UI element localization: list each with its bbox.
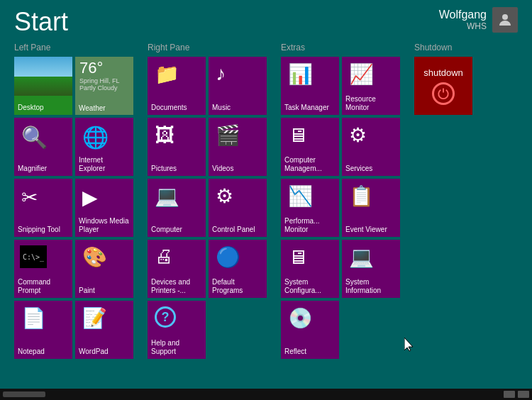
tile-notepad[interactable]: 📄 Notepad bbox=[14, 301, 72, 359]
tile-services[interactable]: ⚙ Services bbox=[342, 118, 400, 176]
pictures-icon: 🖼 bbox=[155, 123, 174, 147]
tile-resmon-label: Resource Monitor bbox=[345, 95, 397, 112]
tile-taskmgr-label: Task Manager bbox=[284, 104, 336, 112]
power-icon bbox=[432, 82, 455, 105]
tile-helpsupport-label: Help and Support bbox=[151, 339, 202, 356]
avatar[interactable] bbox=[492, 7, 518, 33]
weather-loc: Spring Hill, FL bbox=[79, 77, 129, 84]
defaultprograms-icon: 🔵 bbox=[216, 245, 240, 269]
tile-resmon[interactable]: 📈 Resource Monitor bbox=[342, 57, 400, 115]
tile-documents-label: Documents bbox=[151, 104, 202, 112]
taskbar-scroll[interactable] bbox=[3, 391, 45, 397]
tile-taskmgr[interactable]: 📊 Task Manager bbox=[281, 57, 339, 115]
right-pane-section: Right Pane 📁 Documents ♪ Music 🖼 Picture… bbox=[148, 43, 267, 359]
tile-snipping[interactable]: ✂ Snipping Tool bbox=[14, 179, 72, 237]
tile-documents[interactable]: 📁 Documents bbox=[148, 57, 206, 115]
sysinfo-icon: 💻 bbox=[349, 245, 374, 269]
page-title: Start bbox=[14, 7, 68, 37]
tile-magnifier[interactable]: 🔍 Magnifier bbox=[14, 118, 72, 176]
user-sub: WHS bbox=[439, 21, 487, 31]
perfmon-icon: 📉 bbox=[288, 184, 313, 208]
tile-cmdprompt[interactable]: C:\>_ Command Prompt bbox=[14, 240, 72, 298]
helpsupport-icon: ? bbox=[155, 306, 176, 328]
tile-devices[interactable]: 🖨 Devices and Printers -... bbox=[148, 240, 206, 298]
tile-notepad-label: Notepad bbox=[18, 348, 69, 356]
tile-cmdprompt-label: Command Prompt bbox=[18, 278, 69, 295]
tile-desktop-label: Desktop bbox=[18, 104, 69, 112]
computer-icon: 💻 bbox=[155, 184, 179, 208]
controlpanel-icon: ⚙ bbox=[216, 184, 233, 208]
shutdown-text: shutdown bbox=[423, 67, 463, 78]
tile-compmgmt-label: Computer Managem... bbox=[284, 156, 336, 173]
taskbar-btn-2[interactable] bbox=[518, 391, 529, 398]
tile-pictures[interactable]: 🖼 Pictures bbox=[148, 118, 206, 176]
svg-point-0 bbox=[502, 14, 508, 20]
tile-snipping-label: Snipping Tool bbox=[18, 226, 69, 234]
tile-eventviewer-label: Event Viewer bbox=[345, 226, 397, 234]
cmdprompt-icon: C:\>_ bbox=[20, 245, 47, 268]
right-pane-label: Right Pane bbox=[148, 43, 267, 52]
tile-defaultprograms-label: Default Programs bbox=[212, 278, 263, 295]
left-pane-label: Left Pane bbox=[14, 43, 133, 52]
tile-computer-label: Computer bbox=[151, 226, 202, 234]
eventviewer-icon: 📋 bbox=[349, 184, 374, 208]
tile-perfmon-label: Performa... Monitor bbox=[284, 217, 336, 234]
tile-devices-label: Devices and Printers -... bbox=[151, 278, 202, 295]
shutdown-label-text: Shutdown bbox=[414, 43, 472, 52]
tile-magnifier-label: Magnifier bbox=[18, 165, 69, 173]
snipping-icon: ✂ bbox=[21, 186, 38, 209]
tile-controlpanel-label: Control Panel bbox=[212, 226, 263, 234]
sysconfig-icon: 🖥 bbox=[288, 245, 308, 269]
tile-desktop[interactable]: Desktop bbox=[14, 57, 72, 115]
notepad-icon: 📄 bbox=[21, 306, 46, 330]
tile-mediaplayer[interactable]: ▶ Windows Media Player bbox=[75, 179, 133, 237]
taskbar-right bbox=[504, 391, 529, 398]
tile-helpsupport[interactable]: ? Help and Support bbox=[148, 301, 206, 359]
shutdown-section: Shutdown shutdown bbox=[414, 43, 472, 359]
extras-section: Extras 📊 Task Manager 📈 Resource Monitor… bbox=[281, 43, 400, 359]
tile-defaultprograms[interactable]: 🔵 Default Programs bbox=[209, 240, 267, 298]
wordpad-icon: 📝 bbox=[82, 306, 107, 330]
taskbar-btn-1[interactable] bbox=[504, 391, 515, 398]
tile-wordpad[interactable]: 📝 WordPad bbox=[75, 301, 133, 359]
paint-icon: 🎨 bbox=[82, 245, 107, 269]
tile-ie-label: Internet Explorer bbox=[79, 156, 130, 173]
reflect-icon: 💿 bbox=[288, 306, 313, 330]
tile-ie[interactable]: 🌐 Internet Explorer bbox=[75, 118, 133, 176]
tile-computer[interactable]: 💻 Computer bbox=[148, 179, 206, 237]
tile-sysinfo[interactable]: 💻 System Information bbox=[342, 240, 400, 298]
extras-empty bbox=[342, 301, 400, 359]
tile-shutdown[interactable]: shutdown bbox=[414, 57, 472, 115]
tile-sysinfo-label: System Information bbox=[345, 278, 397, 295]
tile-compmgmt[interactable]: 🖥 Computer Managem... bbox=[281, 118, 339, 176]
weather-cond: Partly Cloudy bbox=[79, 84, 129, 91]
devices-icon: 🖨 bbox=[155, 245, 173, 267]
resmon-icon: 📈 bbox=[349, 62, 374, 86]
user-name: Wolfgang bbox=[439, 9, 487, 21]
tile-reflect[interactable]: 💿 Reflect bbox=[281, 301, 339, 359]
tile-mediaplayer-label: Windows Media Player bbox=[79, 217, 130, 234]
empty-cell bbox=[209, 301, 267, 359]
weather-temp: 76° bbox=[79, 60, 129, 76]
magnifier-icon: 🔍 bbox=[21, 125, 48, 150]
ie-icon: 🌐 bbox=[82, 125, 109, 150]
taskbar bbox=[0, 389, 532, 400]
tile-paint[interactable]: 🎨 Paint bbox=[75, 240, 133, 298]
tile-sysconfig-label: System Configura... bbox=[284, 278, 336, 295]
left-pane-section: Left Pane Desktop 76° Spring Hill, FL Pa… bbox=[14, 43, 133, 359]
taskmgr-icon: 📊 bbox=[288, 62, 313, 86]
tile-sysconfig[interactable]: 🖥 System Configura... bbox=[281, 240, 339, 298]
tile-music-label: Music bbox=[212, 104, 263, 112]
tile-eventviewer[interactable]: 📋 Event Viewer bbox=[342, 179, 400, 237]
tile-music[interactable]: ♪ Music bbox=[209, 57, 267, 115]
tile-weather-label: Weather bbox=[79, 104, 106, 112]
tile-pictures-label: Pictures bbox=[151, 165, 202, 173]
tile-perfmon[interactable]: 📉 Performa... Monitor bbox=[281, 179, 339, 237]
tile-videos[interactable]: 🎬 Videos bbox=[209, 118, 267, 176]
extras-label: Extras bbox=[281, 43, 400, 52]
tile-services-label: Services bbox=[345, 165, 397, 173]
tile-weather[interactable]: 76° Spring Hill, FL Partly Cloudy Weathe… bbox=[75, 57, 133, 115]
tile-controlpanel[interactable]: ⚙ Control Panel bbox=[209, 179, 267, 237]
taskbar-left bbox=[3, 391, 45, 397]
compmgmt-icon: 🖥 bbox=[288, 123, 308, 147]
